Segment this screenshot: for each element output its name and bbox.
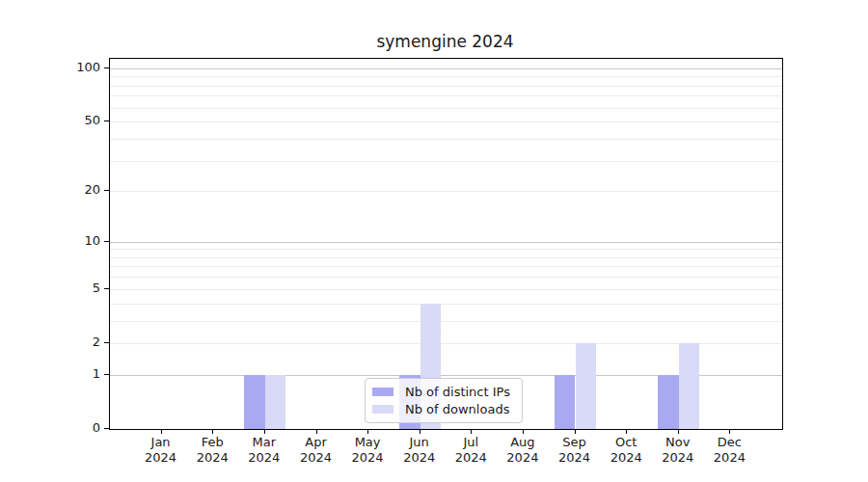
y-tick-mark [104, 67, 109, 68]
gridline-minor [110, 277, 782, 278]
x-tick-mark [316, 429, 317, 434]
bar-sep-downloads [576, 343, 596, 429]
y-tick-mark [104, 241, 109, 242]
gridline-minor [110, 76, 782, 77]
legend-swatch-distinct-ips [372, 388, 393, 396]
legend-item-downloads: Nb of downloads [372, 401, 514, 417]
x-tick-month: Dec [695, 435, 763, 450]
legend-label-distinct-ips: Nb of distinct IPs [405, 385, 510, 399]
bar-nov-distinct-ips [658, 375, 678, 429]
y-tick-mark [104, 190, 109, 191]
x-tick-mark [367, 429, 368, 434]
bar-mar-distinct-ips [244, 375, 264, 429]
gridline-minor [110, 249, 782, 250]
y-tick-label: 100 [42, 60, 100, 75]
x-tick-mark [678, 429, 679, 434]
y-tick-label: 20 [42, 182, 100, 198]
y-tick-mark [104, 428, 109, 429]
bar-sep-distinct-ips [555, 375, 575, 429]
gridline-minor [110, 191, 782, 192]
gridline-minor [110, 86, 782, 87]
y-tick-label: 5 [42, 281, 100, 296]
legend-item-distinct-ips: Nb of distinct IPs [372, 384, 514, 400]
gridline-minor [110, 139, 782, 140]
gridline-minor [110, 95, 782, 96]
x-tick-mark [729, 429, 730, 434]
gridline-minor [110, 266, 782, 267]
gridline-minor [110, 121, 782, 122]
legend: Nb of distinct IPs Nb of downloads [365, 378, 523, 423]
x-tick-year: 2024 [695, 450, 763, 466]
y-tick-mark [104, 120, 109, 121]
legend-label-downloads: Nb of downloads [405, 402, 509, 416]
y-tick-label: 10 [42, 233, 100, 249]
gridline-minor [110, 289, 782, 290]
chart-figure: symengine 2024 0125102050100Jan2024Feb20… [0, 0, 868, 482]
x-tick-mark [212, 429, 213, 434]
y-tick-label: 50 [42, 113, 100, 128]
gridline-minor [110, 257, 782, 258]
x-tick-mark [264, 429, 265, 434]
y-tick-label: 1 [42, 366, 100, 382]
x-tick-mark [523, 429, 524, 434]
gridline-minor [110, 108, 782, 109]
plot-area [109, 58, 783, 430]
x-tick-mark [161, 429, 162, 434]
y-tick-label: 0 [42, 420, 100, 436]
y-tick-label: 2 [42, 335, 100, 350]
x-tick-mark [626, 429, 627, 434]
chart-title: symengine 2024 [109, 32, 781, 51]
legend-swatch-downloads [372, 405, 393, 414]
gridline-minor [110, 161, 782, 162]
y-tick-mark [104, 342, 109, 343]
gridline-major [110, 68, 782, 69]
bar-mar-downloads [265, 375, 285, 429]
y-tick-mark [104, 288, 109, 289]
gridline-minor [110, 321, 782, 322]
x-tick-mark [471, 429, 472, 434]
y-tick-mark [104, 374, 109, 375]
gridline-major [110, 242, 782, 243]
x-tick-mark [420, 429, 420, 434]
x-tick-mark [575, 429, 576, 434]
x-tick-label-dec: Dec2024 [695, 435, 763, 466]
bar-nov-downloads [679, 343, 699, 429]
gridline-minor [110, 304, 782, 305]
